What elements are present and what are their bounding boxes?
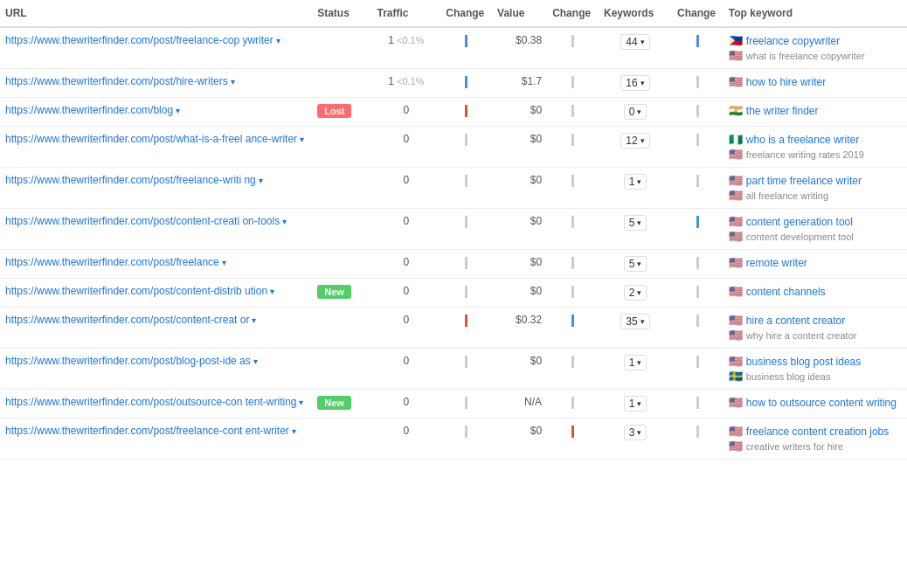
url-link[interactable]: https://www.thewriterfinder.com/post/out… <box>5 396 296 408</box>
url-link[interactable]: https://www.thewriterfinder.com/post/hir… <box>5 75 228 87</box>
keywords-cell: 1 ▾ <box>599 390 672 419</box>
url-link[interactable]: https://www.thewriterfinder.com/post/fre… <box>5 425 289 437</box>
change-bar <box>571 216 574 228</box>
top-keyword-cell: 🇺🇸how to outsource content writing <box>724 390 907 419</box>
top-keyword-cell: 🇺🇸content generation tool🇺🇸content devel… <box>724 209 907 250</box>
change-bar <box>696 397 699 409</box>
traffic-number: 0 <box>404 174 410 186</box>
top-keyword-link[interactable]: part time freelance writer <box>746 175 862 187</box>
keywords-dropdown[interactable]: 5 ▾ <box>624 215 647 231</box>
url-link[interactable]: https://www.thewriterfinder.com/post/fre… <box>5 256 219 268</box>
top-keyword-link[interactable]: freelance copywriter <box>746 35 840 47</box>
header-top-keyword: Top keyword <box>724 0 907 27</box>
status-cell: New <box>312 390 371 419</box>
header-keywords: Keywords <box>599 0 672 27</box>
keywords-dropdown[interactable]: 35 ▾ <box>620 314 649 329</box>
url-cell: https://www.thewriterfinder.com/post/hir… <box>0 69 312 98</box>
url-link[interactable]: https://www.thewriterfinder.com/post/con… <box>5 285 267 297</box>
status-badge: New <box>317 396 351 410</box>
traffic-change-cell <box>440 279 492 308</box>
keywords-dropdown[interactable]: 2 ▾ <box>624 285 647 301</box>
value-change-cell <box>547 279 599 308</box>
value-change-cell <box>547 127 599 168</box>
keywords-dropdown[interactable]: 12 ▾ <box>620 133 649 149</box>
secondary-country-flag: 🇺🇸 <box>729 439 743 453</box>
url-dropdown-arrow[interactable]: ▾ <box>249 315 256 325</box>
url-cell: https://www.thewriterfinder.com/post/out… <box>0 390 312 419</box>
top-keyword-row: 🇳🇬who is a freelance writer <box>729 133 902 146</box>
change-bar <box>696 76 699 88</box>
top-keyword-row: 🇺🇸remote writer <box>729 256 902 269</box>
traffic-change-cell <box>440 127 492 168</box>
url-dropdown-arrow[interactable]: ▾ <box>273 36 280 45</box>
url-dropdown-arrow[interactable]: ▾ <box>297 135 304 144</box>
value-change-cell <box>547 98 599 127</box>
url-link[interactable]: https://www.thewriterfinder.com/post/con… <box>5 314 249 326</box>
table-row: https://www.thewriterfinder.com/post/fre… <box>0 27 907 69</box>
value-cell: N/A <box>492 390 547 419</box>
header-change3: Change <box>672 0 724 27</box>
url-link[interactable]: https://www.thewriterfinder.com/post/con… <box>5 215 280 227</box>
url-link[interactable]: https://www.thewriterfinder.com/blog <box>5 104 173 116</box>
top-keyword-link[interactable]: business blog post ideas <box>746 356 861 368</box>
top-keyword-cell: 🇺🇸content channels <box>724 279 907 308</box>
top-keyword-link[interactable]: content channels <box>746 286 826 298</box>
value-cell: $0 <box>492 209 547 250</box>
status-cell <box>312 127 371 168</box>
value-change-cell <box>547 308 599 349</box>
change-bar <box>571 175 574 187</box>
keywords-dropdown[interactable]: 1 ▾ <box>624 396 647 412</box>
country-flag: 🇺🇸 <box>729 314 743 327</box>
keywords-dropdown[interactable]: 3 ▾ <box>624 425 647 440</box>
secondary-keyword-row: 🇺🇸what is freelance copywriter <box>729 49 902 62</box>
keywords-cell: 2 ▾ <box>599 279 672 308</box>
keywords-cell: 1 ▾ <box>599 349 672 390</box>
value-cell: $0.38 <box>492 27 547 69</box>
url-dropdown-arrow[interactable]: ▾ <box>296 398 303 407</box>
keywords-dropdown[interactable]: 44 ▾ <box>620 34 649 50</box>
keywords-dropdown[interactable]: 0 ▾ <box>624 104 647 120</box>
keywords-dropdown[interactable]: 1 ▾ <box>624 355 647 370</box>
country-flag: 🇺🇸 <box>729 396 743 409</box>
url-link[interactable]: https://www.thewriterfinder.com/post/fre… <box>5 34 273 46</box>
url-dropdown-arrow[interactable]: ▾ <box>280 217 287 226</box>
change-bar <box>571 315 574 327</box>
top-keyword-link[interactable]: how to outsource content writing <box>746 397 897 409</box>
keywords-cell: 44 ▾ <box>599 27 672 69</box>
top-keyword-link[interactable]: freelance content creation jobs <box>746 425 889 438</box>
change-bar <box>465 175 467 187</box>
url-dropdown-arrow[interactable]: ▾ <box>256 176 263 185</box>
url-cell: https://www.thewriterfinder.com/post/blo… <box>0 349 312 390</box>
top-keyword-link[interactable]: hire a content creator <box>746 315 845 327</box>
change-bar <box>571 356 574 368</box>
url-dropdown-arrow[interactable]: ▾ <box>219 258 226 267</box>
change-bar <box>465 286 467 298</box>
header-change1: Change <box>440 0 492 27</box>
top-keyword-link[interactable]: who is a freelance writer <box>746 134 859 146</box>
url-link[interactable]: https://www.thewriterfinder.com/post/fre… <box>5 174 256 186</box>
url-dropdown-arrow[interactable]: ▾ <box>267 287 274 296</box>
top-keyword-link[interactable]: content generation tool <box>746 216 853 228</box>
change-bar <box>571 76 574 88</box>
keywords-dropdown[interactable]: 5 ▾ <box>624 256 647 272</box>
keywords-dropdown[interactable]: 1 ▾ <box>624 174 647 190</box>
value-cell: $0 <box>492 419 547 460</box>
table-row: https://www.thewriterfinder.com/post/con… <box>0 279 907 308</box>
keywords-cell: 0 ▾ <box>599 98 672 127</box>
url-cell: https://www.thewriterfinder.com/post/con… <box>0 279 312 308</box>
url-dropdown-arrow[interactable]: ▾ <box>289 426 296 436</box>
url-cell: https://www.thewriterfinder.com/post/con… <box>0 209 312 250</box>
url-dropdown-arrow[interactable]: ▾ <box>251 356 258 366</box>
url-dropdown-arrow[interactable]: ▾ <box>173 106 180 115</box>
top-keyword-link[interactable]: the writer finder <box>746 105 819 117</box>
url-link[interactable]: https://www.thewriterfinder.com/post/blo… <box>5 355 251 367</box>
url-link[interactable]: https://www.thewriterfinder.com/post/wha… <box>5 133 297 145</box>
top-keyword-link[interactable]: remote writer <box>746 257 807 269</box>
url-dropdown-arrow[interactable]: ▾ <box>228 77 235 86</box>
secondary-keyword-row: 🇸🇪business blog ideas <box>729 370 902 383</box>
change-bar <box>696 286 699 298</box>
keywords-dropdown[interactable]: 16 ▾ <box>620 75 649 91</box>
data-table: URL Status Traffic Change Value Change K… <box>0 0 907 460</box>
change-bar <box>696 105 699 117</box>
top-keyword-link[interactable]: how to hire writer <box>746 76 826 88</box>
